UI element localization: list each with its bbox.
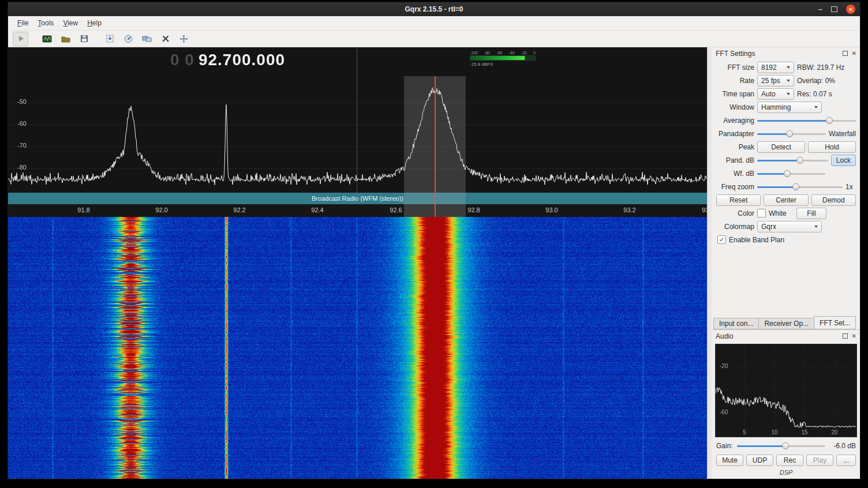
audio-fft-canvas[interactable] [716,344,856,436]
rate-label: Rate [716,77,754,85]
band-plan-label: Broadcast Radio (WFM (stereo)) [312,195,403,202]
chevron-down-icon [814,226,818,228]
slider-handle[interactable] [784,170,791,177]
rate-combo[interactable]: 25 fps [757,75,794,87]
fill-button[interactable]: Fill [796,208,826,219]
start-dsp-button[interactable] [13,32,28,46]
waterfall-db-slider[interactable] [757,169,825,178]
frequency-leading-zeros: 0 0 [170,51,194,69]
mute-button[interactable]: Mute [716,455,743,466]
close-button[interactable]: ✕ [846,5,855,14]
slider-handle[interactable] [826,117,833,124]
averaging-slider[interactable] [757,116,856,125]
spectrum-canvas[interactable] [8,47,707,193]
bookmarks-button[interactable] [103,32,117,46]
bookmark-download-icon [106,35,114,43]
band-plan-bar[interactable]: Broadcast Radio (WFM (stereo)) [8,193,707,204]
audio-freq-tick: 15 [801,429,807,436]
freq-tick: 92.4 [311,207,323,213]
iq-tool-button[interactable] [40,32,54,46]
audio-freq-tick: 20 [831,429,837,436]
lock-button[interactable]: Lock [831,155,856,166]
freq-tick: 93 [702,207,707,213]
freq-tick: 92.0 [155,207,167,213]
panadapter-label: Panadapter [716,130,754,138]
title-bar[interactable]: Gqrx 2.15.5 - rtl=0 – ✕ [8,2,860,16]
demod-button[interactable]: Demod [811,194,856,206]
dsp-stats-button[interactable] [121,32,136,46]
peak-detect-button[interactable]: Detect [757,141,805,153]
settings-panel: FFT Settings ✕ FFT size 8192 RBW: 219.7 … [712,47,860,479]
folder-icon [61,35,70,43]
db-label: -70 [17,142,27,149]
floppy-icon [80,35,88,43]
peak-hold-button[interactable]: Hold [808,141,856,153]
audio-fft-plot[interactable]: -20 -60 5 10 15 20 [715,344,857,437]
audio-gain-slider[interactable] [737,441,825,451]
more-options-button[interactable]: ... [836,455,856,466]
panadapter-split-slider[interactable] [757,129,826,138]
fft-size-label: FFT size [716,63,754,72]
slider-handle[interactable] [782,442,789,449]
waterfall-canvas[interactable] [8,217,707,479]
menu-view[interactable]: View [58,17,83,29]
gqrx-window: Gqrx 2.15.5 - rtl=0 – ✕ File Tools View … [8,2,860,479]
slider-handle[interactable] [792,183,799,190]
peak-label: Peak [716,143,754,151]
meter-value: -15.8 dBFS [470,62,536,67]
slider-handle[interactable] [786,130,793,137]
menu-tools[interactable]: Tools [33,17,58,29]
freq-tick: 92.8 [467,207,480,213]
fullscreen-button[interactable] [140,32,154,46]
rec-button[interactable]: Rec [776,455,803,466]
color-label: Color [716,209,754,217]
db-label: -50 [17,98,27,105]
dock-close-icon[interactable]: ✕ [852,333,856,339]
tab-receiver-options[interactable]: Receiver Op... [758,318,814,329]
tab-input-controls[interactable]: Input con... [713,318,758,329]
minimize-button[interactable]: – [818,6,822,12]
frequency-display[interactable]: 0 092.700.000 [170,51,285,69]
chevron-down-icon [787,80,790,82]
panel-splitter[interactable] [707,47,712,479]
slider-handle[interactable] [796,157,803,164]
tuned-frequency-marker[interactable] [435,76,436,217]
open-file-button[interactable] [58,32,73,46]
timespan-combo[interactable]: Auto [757,88,794,100]
waterfall-display[interactable] [8,217,707,479]
tab-fft-settings[interactable]: FFT Set... [814,316,856,329]
restore-button[interactable] [831,6,837,12]
io-devices-button[interactable] [158,32,173,46]
band-plan-checkbox[interactable]: ✓ [717,235,726,244]
dock-float-icon[interactable] [843,333,848,339]
colormap-combo[interactable]: Gqrx [757,221,822,232]
freq-zoom-slider[interactable] [757,182,843,192]
gain-value: -6.0 dB [829,442,856,450]
zoom-value: 1x [845,183,856,191]
pandapter-db-slider[interactable] [757,156,828,165]
dock-close-icon[interactable]: ✕ [852,50,856,57]
frequency-scale[interactable]: 91.8 92.0 92.2 92.4 92.6 92.8 93.0 93.2 … [8,204,707,217]
center-button[interactable]: Center [764,194,808,206]
freq-tick: 91.8 [77,207,89,213]
fft-settings-dock-title[interactable]: FFT Settings ✕ [712,47,860,59]
dual-display-icon [142,35,152,43]
rbw-value: RBW: 219.7 Hz [797,63,844,72]
spectrum-plot[interactable]: 0 092.700.000 -100 -80 -60 -40 -20 0 -15… [8,47,707,193]
audio-freq-tick: 5 [743,429,746,436]
dsp-label: DSP [712,466,860,479]
fft-size-combo[interactable]: 8192 [757,62,794,73]
dock-float-icon[interactable] [843,51,848,56]
menu-file[interactable]: File [13,17,33,29]
reset-button[interactable]: Reset [716,194,761,206]
pan-mode-button[interactable] [177,32,191,46]
window-combo[interactable]: Hamming [757,102,822,113]
save-file-button[interactable] [77,32,91,46]
white-checkbox[interactable] [757,209,766,217]
udp-button[interactable]: UDP [746,455,773,466]
dock-title-label: Audio [716,332,734,340]
audio-dock-title[interactable]: Audio ✕ [712,330,860,341]
menu-help[interactable]: Help [83,17,106,29]
fft-settings-body: FFT size 8192 RBW: 219.7 Hz Rate 25 fps … [712,59,860,246]
play-button[interactable]: Play [806,455,833,466]
